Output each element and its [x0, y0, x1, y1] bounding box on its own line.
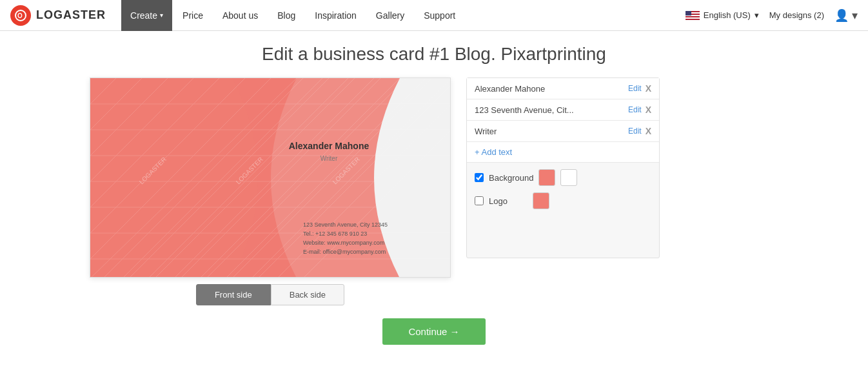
card-svg: LOGASTER LOGASTER LOGASTER Alexander Mah… — [90, 78, 451, 278]
sidebar-options: Background Logo — [467, 163, 659, 222]
nav-create[interactable]: Create ▾ — [121, 0, 172, 31]
text-row-1: Alexander Mahone Edit X — [467, 78, 659, 99]
text-row-3: Writer Edit X — [467, 121, 659, 142]
language-label: English (US) — [704, 10, 751, 20]
text-row-2: 123 Seventh Avenue, Cit... Edit X — [467, 99, 659, 121]
background-color-swatch-white[interactable] — [560, 169, 577, 186]
background-color-swatch[interactable] — [538, 169, 555, 186]
svg-text:E-mail: office@mycompany.com: E-mail: office@mycompany.com — [303, 249, 386, 255]
text-row-3-label: Writer — [475, 127, 623, 136]
nav-items: Create ▾ Price About us Blog Inspiration… — [121, 0, 686, 31]
my-designs-link[interactable]: My designs (2) — [769, 10, 824, 20]
svg-text:Website: www.mycompany.com: Website: www.mycompany.com — [303, 240, 384, 246]
background-option-row: Background — [475, 169, 651, 186]
user-icon[interactable]: 👤 ▾ — [834, 8, 858, 23]
background-label: Background — [489, 173, 533, 183]
card-tabs: Front side Back side — [196, 284, 344, 305]
bottom-action: Continue → — [79, 318, 789, 345]
text-row-2-label: 123 Seventh Avenue, Cit... — [475, 105, 623, 115]
flag-icon — [686, 11, 700, 20]
text-row-1-label: Alexander Mahone — [475, 84, 623, 94]
text-row-1-delete[interactable]: X — [646, 83, 651, 94]
text-row-2-edit[interactable]: Edit — [628, 105, 642, 114]
front-side-tab[interactable]: Front side — [196, 284, 271, 305]
svg-text:Tel.: +12 345 678 910 23: Tel.: +12 345 678 910 23 — [303, 230, 367, 237]
logo-label: Logo — [489, 196, 528, 206]
background-checkbox[interactable] — [475, 173, 484, 182]
logo-checkbox[interactable] — [475, 196, 484, 205]
navbar: O LOGASTER Create ▾ Price About us Blog … — [0, 0, 868, 31]
svg-text:123 Seventh Avenue, City 12345: 123 Seventh Avenue, City 12345 — [303, 221, 388, 228]
main-content: Edit a business card #1 Blog. Pixartprin… — [0, 31, 868, 345]
add-text-button[interactable]: + Add text — [467, 142, 659, 163]
language-selector[interactable]: English (US) ▾ — [686, 10, 759, 20]
language-caret: ▾ — [755, 10, 759, 20]
nav-about[interactable]: About us — [213, 0, 267, 31]
logo[interactable]: O LOGASTER — [10, 5, 106, 26]
create-caret: ▾ — [160, 12, 163, 19]
text-row-1-edit[interactable]: Edit — [628, 84, 642, 93]
logo-option-row: Logo — [475, 192, 651, 209]
sidebar-panel: Alexander Mahone Edit X 123 Seventh Aven… — [466, 77, 660, 258]
logo-icon: O — [10, 5, 31, 26]
svg-text:Alexander Mahone: Alexander Mahone — [289, 141, 370, 151]
logo-color-swatch[interactable] — [533, 192, 549, 209]
editor-area: LOGASTER LOGASTER LOGASTER Alexander Mah… — [79, 77, 789, 305]
logo-text: LOGASTER — [36, 8, 106, 22]
business-card: LOGASTER LOGASTER LOGASTER Alexander Mah… — [90, 77, 451, 278]
text-row-2-delete[interactable]: X — [646, 105, 651, 115]
card-section: LOGASTER LOGASTER LOGASTER Alexander Mah… — [90, 77, 451, 305]
text-row-3-delete[interactable]: X — [646, 126, 651, 136]
svg-rect-5 — [686, 17, 700, 19]
nav-blog[interactable]: Blog — [268, 0, 304, 31]
nav-inspiration[interactable]: Inspiration — [306, 0, 366, 31]
continue-button[interactable]: Continue → — [382, 318, 485, 345]
nav-price[interactable]: Price — [173, 0, 212, 31]
svg-text:Writer: Writer — [321, 155, 338, 162]
svg-rect-6 — [686, 11, 691, 15]
nav-support[interactable]: Support — [415, 0, 464, 31]
nav-gallery[interactable]: Gallery — [367, 0, 413, 31]
nav-right: English (US) ▾ My designs (2) 👤 ▾ — [686, 8, 858, 23]
page-title: Edit a business card #1 Blog. Pixartprin… — [262, 44, 606, 65]
text-row-3-edit[interactable]: Edit — [628, 127, 642, 136]
svg-text:O: O — [17, 12, 23, 19]
back-side-tab[interactable]: Back side — [271, 284, 344, 305]
